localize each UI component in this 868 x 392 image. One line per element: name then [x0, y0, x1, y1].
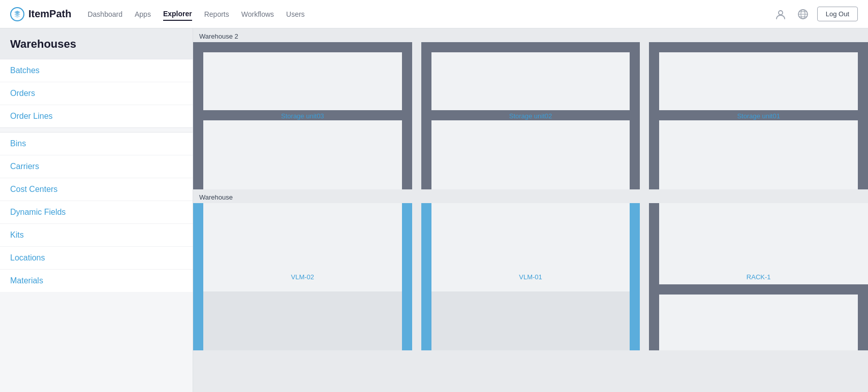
warehouse2-section: Warehouse 2	[193, 28, 868, 189]
vlm-01[interactable]: VLM-01	[421, 203, 640, 350]
header-right: Log Out	[772, 6, 858, 22]
storage-unit02[interactable]: Storage unit02	[421, 42, 640, 189]
nav-workflows[interactable]: Workflows	[241, 8, 274, 20]
logo-text: ItemPath	[28, 8, 71, 20]
header: ItemPath Dashboard Apps Explorer Reports…	[0, 0, 868, 28]
sidebar-item-cost-centers[interactable]: Cost Centers	[0, 178, 193, 201]
sidebar-item-orders[interactable]: Orders	[0, 82, 193, 105]
vlm-02[interactable]: VLM-02	[193, 203, 412, 350]
rack-1[interactable]: RACK-1	[649, 203, 868, 350]
main-nav: Dashboard Apps Explorer Reports Workflow…	[87, 8, 772, 21]
main-layout: Warehouses Batches Orders Order Lines Bi…	[0, 28, 868, 392]
sidebar-item-locations[interactable]: Locations	[0, 247, 193, 270]
warehouse-section: Warehouse VLM-02 VLM-01	[193, 189, 868, 350]
sidebar-item-materials[interactable]: Materials	[0, 270, 193, 292]
sidebar-item-dynamic-fields[interactable]: Dynamic Fields	[0, 201, 193, 224]
sidebar-item-carriers[interactable]: Carriers	[0, 155, 193, 178]
svg-point-1	[779, 11, 783, 15]
sidebar-item-bins[interactable]: Bins	[0, 133, 193, 155]
gap-1	[412, 42, 421, 189]
gap-3	[412, 203, 421, 350]
sidebar-section-2: Bins Carriers Cost Centers Dynamic Field…	[0, 132, 193, 292]
storage-unit03[interactable]: Storage unit03	[193, 42, 412, 189]
sidebar-item-batches[interactable]: Batches	[0, 59, 193, 82]
user-icon[interactable]	[772, 6, 789, 22]
nav-explorer[interactable]: Explorer	[163, 8, 192, 21]
logo: ItemPath	[10, 7, 71, 21]
logo-icon	[10, 7, 24, 21]
gap-2	[640, 42, 649, 189]
logout-button[interactable]: Log Out	[817, 7, 858, 21]
warehouse-units-row: VLM-02 VLM-01	[193, 203, 868, 350]
sidebar-section-1: Batches Orders Order Lines	[0, 59, 193, 128]
warehouse-label: Warehouse	[193, 189, 868, 203]
nav-apps[interactable]: Apps	[135, 8, 151, 20]
storage-unit01[interactable]: Storage unit01	[649, 42, 868, 189]
warehouse2-units-row: Storage unit03	[193, 42, 868, 189]
sidebar: Warehouses Batches Orders Order Lines Bi…	[0, 28, 193, 392]
warehouse2-label: Warehouse 2	[193, 28, 868, 42]
sidebar-item-kits[interactable]: Kits	[0, 224, 193, 247]
sidebar-item-order-lines[interactable]: Order Lines	[0, 105, 193, 127]
sidebar-title: Warehouses	[0, 28, 193, 59]
globe-icon[interactable]	[795, 6, 811, 22]
nav-reports[interactable]: Reports	[204, 8, 229, 20]
nav-dashboard[interactable]: Dashboard	[87, 8, 122, 20]
content-area: Warehouse 2	[193, 28, 868, 392]
nav-users[interactable]: Users	[286, 8, 305, 20]
gap-4	[640, 203, 649, 350]
